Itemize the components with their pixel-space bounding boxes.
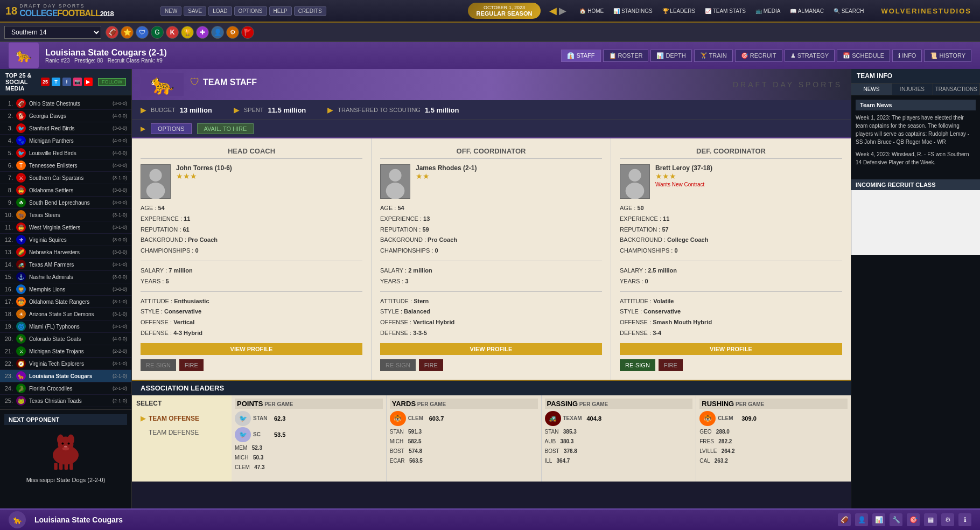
off-coordinator-info: James Rhodes (2-1) ★★ xyxy=(416,164,477,180)
facebook-icon[interactable]: f xyxy=(62,78,71,86)
bottom-icon-grid[interactable]: ▦ xyxy=(924,513,937,526)
def-coordinator-view-profile-button[interactable]: VIEW PROFILE xyxy=(620,343,842,355)
twitter-icon[interactable]: T xyxy=(52,78,60,86)
top25-icon[interactable]: 25 xyxy=(41,78,50,86)
media-nav-button[interactable]: 📺 MEDIA xyxy=(751,6,785,16)
list-item[interactable]: 1.🏈Ohio State Chestnuts(3-0-0) xyxy=(0,97,131,110)
history-nav-button[interactable]: 📜 HISTORY xyxy=(924,50,971,62)
points-header: POINTS PER GAME xyxy=(235,399,383,409)
def-coordinator-resign-button[interactable]: RE-SIGN xyxy=(620,359,655,371)
icon-person[interactable]: 👤 xyxy=(211,26,224,39)
bottom-icon-person[interactable]: 👤 xyxy=(855,513,868,526)
list-item[interactable]: 3.🐦Stanford Red Birds(3-0-0) xyxy=(0,122,131,135)
list-item[interactable]: 19.🌀Miami (FL) Typhoons(3-1-0) xyxy=(0,320,131,333)
list-item[interactable]: 9.☘South Bend Leprechauns(3-0-0) xyxy=(0,197,131,209)
head-coach-rep: 61 xyxy=(183,226,189,233)
list-item[interactable]: 11.🤠West Virginia Settlers(3-1-0) xyxy=(0,221,131,234)
recruit-nav-button[interactable]: 🎯 RECRUIT xyxy=(735,50,782,62)
youtube-icon[interactable]: ▶ xyxy=(84,78,93,86)
head-coach-fire-button[interactable]: FIRE xyxy=(179,359,204,371)
icon-football[interactable]: 🏈 xyxy=(106,26,118,39)
new-button[interactable]: NEW xyxy=(160,6,181,16)
off-coordinator-fire-button[interactable]: FIRE xyxy=(419,359,443,371)
transactions-tab[interactable]: TRANSACTIONS xyxy=(933,83,980,95)
home-nav-button[interactable]: 🏠 HOME xyxy=(575,6,608,16)
team-select[interactable]: Southern 14 xyxy=(4,26,101,39)
avail-to-hire-button[interactable]: AVAIL. TO HIRE xyxy=(197,123,254,134)
icon-gear[interactable]: ⚙ xyxy=(226,26,239,39)
options-button[interactable]: OPTIONS xyxy=(151,123,192,134)
strategy-nav-button[interactable]: ♟ STRATEGY xyxy=(785,50,835,62)
list-item[interactable]: 12.⚜Virginia Squires(3-0-0) xyxy=(0,234,131,246)
head-coach-name: John Torres (10-6) xyxy=(176,164,232,172)
icon-star[interactable]: ⭐ xyxy=(121,26,134,39)
staff-nav-button[interactable]: 👔 STAFF xyxy=(561,50,600,62)
follow-button[interactable]: FOLLOW xyxy=(98,78,126,86)
mascot-icon-2: 🐦 xyxy=(235,427,251,442)
list-item[interactable]: 4.🐾Michigan Panthers(4-0-0) xyxy=(0,135,131,147)
team-stats-nav-button[interactable]: 📈 TEAM STATS xyxy=(701,6,750,16)
team-offense-select[interactable]: ▶ TEAM OFFENSE xyxy=(136,412,227,426)
bottom-icon-chart[interactable]: 📊 xyxy=(872,513,885,526)
icon-trophy[interactable]: 🏆 xyxy=(181,26,194,39)
list-item[interactable]: 24.🐊Florida Crocodiles(2-1-0) xyxy=(0,382,131,395)
credits-button[interactable]: CREDITS xyxy=(294,6,326,16)
info-nav-button[interactable]: ℹ INFO xyxy=(892,50,922,62)
top-nav: NEW SAVE LOAD OPTIONS HELP CREDITS xyxy=(156,6,464,16)
list-item-highlighted[interactable]: 23.🐆Louisiana State Cougars(2-1-0) xyxy=(0,370,131,382)
icon-cross[interactable]: ✚ xyxy=(196,26,209,39)
list-item[interactable]: 14.🚜Texas AM Farmers(3-1-0) xyxy=(0,259,131,271)
bottom-icon-tool[interactable]: 🔧 xyxy=(890,513,902,526)
list-item[interactable]: 16.🦁Memphis Lions(3-0-0) xyxy=(0,283,131,296)
search-nav-button[interactable]: 🔍 SEARCH xyxy=(829,6,868,16)
off-coordinator-resign-button[interactable]: RE-SIGN xyxy=(380,359,416,371)
schedule-nav-button[interactable]: 📅 SCHEDULE xyxy=(837,50,890,62)
roster-nav-button[interactable]: 📋 ROSTER xyxy=(603,50,649,62)
bottom-icon-info[interactable]: ℹ xyxy=(958,513,971,526)
list-item[interactable]: 13.🌽Nebraska Harvesters(3-0-0) xyxy=(0,246,131,259)
bottom-icon-target[interactable]: 🎯 xyxy=(907,513,920,526)
save-button[interactable]: SAVE xyxy=(184,6,206,16)
off-coordinator-view-profile-button[interactable]: VIEW PROFILE xyxy=(380,343,602,355)
list-item[interactable]: 21.⚔Michigan State Trojans(2-2-0) xyxy=(0,345,131,358)
depth-nav-button[interactable]: 📊 DEPTH xyxy=(650,50,691,62)
load-button[interactable]: LOAD xyxy=(208,6,232,16)
bottom-icon-football[interactable]: 🏈 xyxy=(838,513,851,526)
list-item[interactable]: 18.☀Arizona State Sun Demons(3-1-0) xyxy=(0,308,131,320)
list-item[interactable]: 7.⚔Southern Cai Spartans(3-1-0) xyxy=(0,172,131,184)
list-item[interactable]: 10.🐂Texas Steers(3-1-0) xyxy=(0,209,131,221)
head-coach-view-profile-button[interactable]: VIEW PROFILE xyxy=(141,343,362,355)
icon-shield[interactable]: 🛡 xyxy=(136,26,149,39)
prev-arrow[interactable]: ◀ xyxy=(549,5,557,17)
cougar-icon: 🐆 xyxy=(150,73,174,96)
bottom-icon-settings[interactable]: ⚙ xyxy=(941,513,954,526)
leaders-nav-button[interactable]: 🏆 LEADERS xyxy=(658,6,699,16)
head-coach-offense: Vertical xyxy=(173,319,194,325)
icon-flag[interactable]: 🚩 xyxy=(241,26,254,39)
icon-k[interactable]: K xyxy=(166,26,179,39)
instagram-icon[interactable]: 📷 xyxy=(73,78,82,86)
list-item[interactable]: 17.🤠Oklahoma State Rangers(3-1-0) xyxy=(0,296,131,308)
head-coach-resign-button[interactable]: RE-SIGN xyxy=(141,359,176,371)
opponent-mascot xyxy=(4,429,127,472)
next-arrow[interactable]: ▶ xyxy=(559,5,566,17)
almanac-nav-button[interactable]: 📖 ALMANAC xyxy=(786,6,828,16)
list-item[interactable]: 8.🤠Oklahoma Settlers(3-0-0) xyxy=(0,184,131,197)
news-tab[interactable]: NEWS xyxy=(851,83,892,95)
team-defense-select[interactable]: ▶ TEAM DEFENSE xyxy=(136,426,227,440)
options-button[interactable]: OPTIONS xyxy=(234,6,267,16)
list-item[interactable]: 6.TTennessee Enlisters(4-0-0) xyxy=(0,159,131,172)
list-item[interactable]: 15.⚓Nashville Admirals(3-0-0) xyxy=(0,271,131,283)
list-item[interactable]: 20.🐐Colorado State Goats(4-0-0) xyxy=(0,333,131,345)
list-item[interactable]: 2.🐕Georgia Dawgs(4-0-0) xyxy=(0,110,131,122)
list-item[interactable]: 25.🐸Texas Christian Toads(2-1-0) xyxy=(0,395,131,407)
injuries-tab[interactable]: INJURIES xyxy=(892,83,933,95)
standings-nav-button[interactable]: 📊 STANDINGS xyxy=(609,6,656,16)
icon-g[interactable]: G xyxy=(151,26,164,39)
svg-point-7 xyxy=(64,445,67,447)
help-button[interactable]: HELP xyxy=(269,6,292,16)
list-item[interactable]: 22.🧭Virginia Tech Explorers(3-1-0) xyxy=(0,358,131,370)
train-nav-button[interactable]: 🏋 TRAIN xyxy=(694,50,733,62)
def-coordinator-fire-button[interactable]: FIRE xyxy=(659,359,683,371)
list-item[interactable]: 5.🐦Louisville Red Birds(4-0-0) xyxy=(0,147,131,159)
